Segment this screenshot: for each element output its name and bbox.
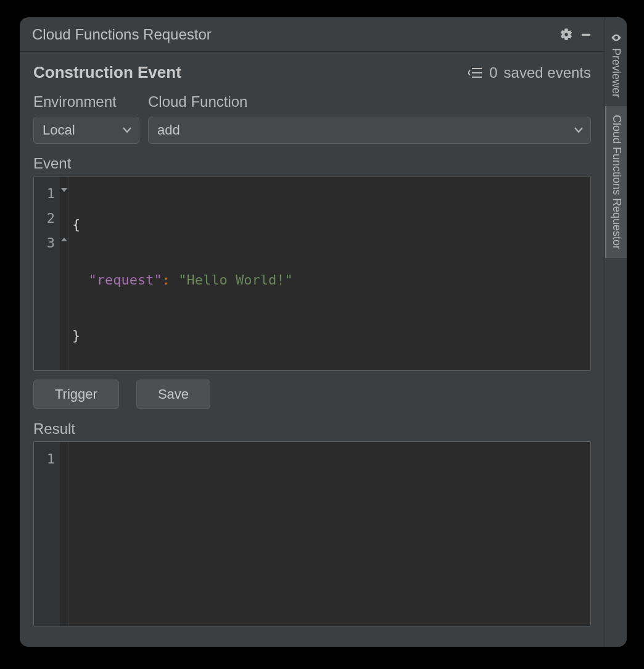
tab-requestor-label: Cloud Functions Requestor [610,115,623,249]
saved-events-label: saved events [504,64,591,81]
line-number: 1 [34,181,55,206]
section-title: Construction Event [33,63,468,82]
tab-previewer[interactable]: Previewer [605,23,627,106]
result-line [72,478,584,502]
event-gutter: 1 2 3 [34,177,60,370]
json-value: "Hello World!" [178,272,292,288]
fold-column [60,177,68,370]
result-code[interactable] [68,442,590,626]
combo-labels-row: Environment Cloud Function [33,93,591,110]
json-key: "request" [89,272,162,288]
cloud-function-value: add [157,122,180,138]
button-row: Trigger Save [33,380,591,409]
main-column: Cloud Functions Requestor Construction E… [20,17,605,647]
window-title: Cloud Functions Requestor [32,26,556,43]
side-tab-bar: Previewer Cloud Functions Requestor [605,17,627,647]
line-number: 2 [34,206,55,231]
result-gutter: 1 [34,442,60,626]
gear-icon[interactable] [556,25,576,44]
svg-rect-0 [582,34,590,36]
tab-previewer-label: Previewer [609,48,622,98]
save-button[interactable]: Save [136,380,210,409]
combos-row: Local add [33,117,591,144]
line-number: 1 [34,447,55,472]
result-label: Result [33,420,591,438]
fold-open-icon[interactable] [60,186,68,194]
line-number: 3 [34,231,55,256]
fold-close-icon[interactable] [60,236,68,243]
minimize-icon[interactable] [576,25,596,44]
fold-column [60,442,68,626]
event-editor[interactable]: 1 2 3 { "request": "Hello World!" } [33,176,591,371]
content-area: Construction Event 0 saved events Enviro… [20,52,605,647]
environment-label: Environment [33,93,148,110]
event-code[interactable]: { "request": "Hello World!" } [68,177,590,370]
tab-cloud-functions-requestor[interactable]: Cloud Functions Requestor [605,106,627,258]
header-row: Construction Event 0 saved events [33,63,591,82]
eye-icon [609,32,622,43]
event-label: Event [33,155,591,172]
result-editor[interactable]: 1 [33,441,591,626]
saved-events-count: 0 [489,64,497,81]
tool-window: Cloud Functions Requestor Construction E… [20,17,627,647]
saved-events-button[interactable]: 0 saved events [468,64,591,81]
environment-select[interactable]: Local [33,117,139,144]
titlebar: Cloud Functions Requestor [20,17,605,52]
trigger-button[interactable]: Trigger [33,380,119,409]
environment-value: Local [43,122,75,138]
chevron-down-icon [123,127,131,133]
chevron-down-icon [574,127,583,133]
cloud-function-select[interactable]: add [148,117,591,144]
saved-events-icon [468,65,483,83]
cloud-function-label: Cloud Function [148,93,247,110]
